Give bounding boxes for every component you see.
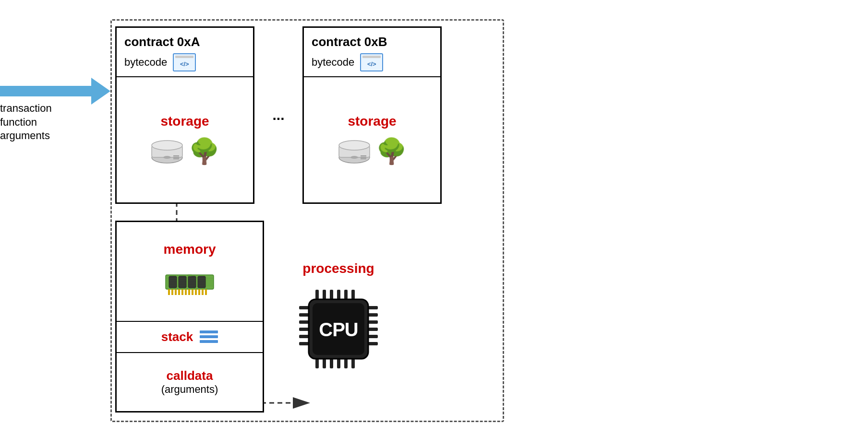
svg-rect-61 — [351, 359, 355, 368]
contract-a-bytecode-label: bytecode — [124, 56, 167, 69]
processing-area: processing — [278, 221, 398, 413]
contract-b-bytecode-row: bytecode </> — [312, 53, 433, 71]
memory-section: memory — [117, 222, 263, 322]
contract-b-header: contract 0xB bytecode </> — [304, 28, 440, 77]
contract-a-storage: storage 🌳 — [117, 77, 253, 202]
contract-b-title: contract 0xB — [312, 35, 433, 49]
svg-rect-21 — [171, 289, 173, 295]
calldata-sublabel: (arguments) — [161, 383, 218, 396]
svg-rect-20 — [168, 289, 170, 295]
svg-rect-48 — [368, 335, 378, 338]
svg-rect-47 — [368, 328, 378, 331]
stack-line-3 — [200, 340, 218, 343]
svg-rect-26 — [188, 289, 190, 295]
svg-rect-46 — [368, 320, 378, 324]
transaction-arrow-area: transaction function arguments — [0, 82, 110, 101]
svg-rect-32 — [187, 274, 192, 276]
harddrive-icon-a — [150, 138, 184, 165]
tree-icon-a: 🌳 — [189, 137, 220, 166]
svg-rect-27 — [192, 289, 193, 295]
svg-rect-28 — [195, 289, 197, 295]
svg-rect-29 — [198, 289, 200, 295]
svg-point-10 — [339, 141, 370, 150]
svg-rect-24 — [181, 289, 183, 295]
contract-b-storage-icons: 🌳 — [338, 137, 407, 166]
svg-rect-51 — [323, 290, 326, 299]
contract-b-storage: storage 🌳 — [304, 77, 440, 202]
svg-rect-40 — [299, 320, 309, 324]
stack-line-1 — [200, 330, 218, 333]
stack-lines-icon — [200, 330, 218, 343]
memory-label: memory — [164, 242, 216, 257]
svg-rect-39 — [299, 313, 309, 317]
harddrive-icon-b — [338, 138, 371, 165]
contract-a-storage-icons: 🌳 — [150, 137, 220, 166]
function-text: function — [0, 116, 52, 130]
contract-a-code-icon: </> — [173, 53, 196, 71]
calldata-section: calldata (arguments) — [117, 353, 263, 411]
contract-a-box: contract 0xA bytecode </> storage — [115, 26, 254, 204]
stack-line-2 — [200, 335, 218, 338]
svg-rect-59 — [337, 359, 340, 368]
svg-rect-53 — [337, 290, 340, 299]
arrow-body — [0, 86, 91, 96]
svg-point-11 — [350, 156, 358, 159]
svg-point-4 — [163, 156, 171, 159]
svg-rect-54 — [344, 290, 348, 299]
arrow-right — [0, 82, 110, 101]
contracts-area: contract 0xA bytecode </> storage — [115, 26, 499, 213]
stack-section: stack — [117, 322, 263, 353]
tree-icon-b: 🌳 — [376, 137, 407, 166]
svg-rect-23 — [178, 289, 180, 295]
evm-area: memory — [115, 221, 499, 422]
calldata-label: calldata — [167, 368, 213, 383]
svg-rect-38 — [299, 306, 309, 309]
contract-b-bytecode-label: bytecode — [312, 56, 354, 69]
contract-a-bytecode-row: bytecode </> — [124, 53, 245, 71]
arguments-text: arguments — [0, 129, 52, 143]
cpu-outer: CPU — [295, 286, 382, 372]
svg-rect-45 — [368, 313, 378, 317]
transaction-label: transaction function arguments — [0, 102, 52, 143]
svg-rect-55 — [351, 290, 355, 299]
svg-rect-60 — [344, 359, 348, 368]
svg-rect-56 — [315, 359, 319, 368]
svg-point-3 — [152, 141, 182, 150]
svg-rect-50 — [315, 290, 319, 299]
processing-label: processing — [302, 261, 374, 276]
svg-rect-30 — [202, 289, 204, 295]
svg-rect-52 — [330, 290, 333, 299]
transaction-text: transaction — [0, 102, 52, 116]
svg-rect-31 — [205, 289, 207, 295]
ram-icon — [163, 263, 216, 301]
svg-rect-57 — [323, 359, 326, 368]
cpu-icon: CPU — [295, 286, 382, 372]
arrow-head — [91, 78, 110, 105]
svg-rect-43 — [299, 342, 309, 345]
contract-b-code-icon: </> — [360, 53, 383, 71]
contract-a-title: contract 0xA — [124, 35, 245, 49]
svg-rect-58 — [330, 359, 333, 368]
svg-text:CPU: CPU — [319, 319, 358, 340]
svg-rect-25 — [185, 289, 187, 295]
contract-a-header: contract 0xA bytecode </> — [117, 28, 253, 77]
svg-rect-42 — [299, 335, 309, 338]
contract-b-box: contract 0xB bytecode </> storage — [302, 26, 442, 204]
contract-b-storage-label: storage — [348, 114, 396, 129]
svg-rect-22 — [175, 289, 177, 295]
svg-rect-41 — [299, 328, 309, 331]
ellipsis: ... — [264, 26, 293, 204]
svg-rect-49 — [368, 342, 378, 345]
contract-a-storage-label: storage — [160, 114, 209, 129]
svg-rect-44 — [368, 306, 378, 309]
stack-label: stack — [161, 330, 193, 344]
evm-inner-box: memory — [115, 221, 264, 413]
